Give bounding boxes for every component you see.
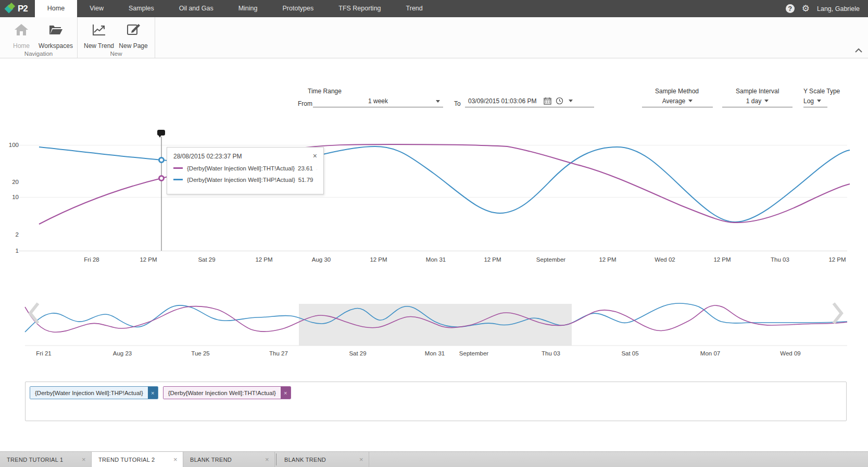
overview-tick-label: September xyxy=(459,350,488,357)
sample-interval-value: 1 day xyxy=(746,97,761,105)
locate-point-icon[interactable] xyxy=(317,176,318,183)
thp-series-name: {Derby[Water Injection Well]:THP!Actual} xyxy=(187,177,295,183)
nav-item-view[interactable]: View xyxy=(77,0,116,17)
close-tab-icon[interactable]: × xyxy=(82,456,86,463)
cursor-handle-bubble-icon[interactable] xyxy=(157,130,165,136)
tab-trend-tutorial-2[interactable]: TREND TUTORIAL 2 × xyxy=(92,452,183,467)
clock-icon[interactable] xyxy=(556,97,563,105)
sample-method-label: Sample Method xyxy=(655,88,699,95)
p2-logo-icon xyxy=(5,3,17,15)
tab-label: TREND TUTORIAL 1 xyxy=(7,457,64,463)
tab-label: BLANK TREND xyxy=(284,457,326,463)
y-scale-type-select[interactable]: Log xyxy=(803,95,827,107)
nav-item-home[interactable]: Home xyxy=(35,0,77,17)
overview-canvas xyxy=(0,300,868,357)
main-trend-chart[interactable]: 100 20 10 2 1 Fri 28 12 PM Sat 29 12 PM … xyxy=(0,125,868,255)
tab-divider xyxy=(276,453,276,465)
overview-tick-label: Aug 23 xyxy=(113,350,132,357)
nav-item-trend[interactable]: Trend xyxy=(394,0,435,17)
tab-blank-trend-2[interactable]: BLANK TREND × xyxy=(278,452,369,467)
overview-tick-label: Fri 21 xyxy=(36,350,51,357)
overview-tick-label: Sat 05 xyxy=(621,350,638,357)
chevron-down-icon xyxy=(764,100,769,102)
close-tab-icon[interactable]: × xyxy=(265,456,269,463)
to-datetime-value: 03/09/2015 01:03:06 PM xyxy=(465,97,536,105)
x-tick-label: 12 PM xyxy=(828,256,846,263)
ribbon-toolbar: Home Workspaces Navigation New Trend xyxy=(0,17,868,58)
tag-selection-box[interactable]: {Derby[Water Injection Well]:THP!Actual}… xyxy=(25,382,847,421)
home-icon xyxy=(14,22,29,39)
tooltip-row-thp: {Derby[Water Injection Well]:THP!Actual}… xyxy=(173,176,317,183)
tab-trend-tutorial-1[interactable]: TREND TUTORIAL 1 × xyxy=(0,452,92,467)
tab-blank-trend-1[interactable]: BLANK TREND × xyxy=(183,452,275,467)
overview-tick-label: Tue 25 xyxy=(191,350,209,357)
remove-tag-icon[interactable]: × xyxy=(148,387,158,399)
chevron-down-icon xyxy=(817,100,821,102)
nav-item-prototypes[interactable]: Prototypes xyxy=(270,0,326,17)
x-tick-label: 12 PM xyxy=(370,256,387,263)
help-icon[interactable]: ? xyxy=(786,4,795,13)
x-tick-label: 12 PM xyxy=(255,256,272,263)
thp-series-value: 51.79 xyxy=(298,177,313,183)
home-button-label: Home xyxy=(13,42,30,50)
new-page-button-label: New Page xyxy=(119,42,147,50)
locate-point-icon[interactable] xyxy=(317,165,317,171)
main-chart-canvas xyxy=(0,125,868,255)
workspaces-button[interactable]: Workspaces xyxy=(39,19,73,50)
close-icon[interactable]: × xyxy=(313,153,317,160)
nav-item-samples[interactable]: Samples xyxy=(116,0,167,17)
thp-series-swatch xyxy=(173,179,183,180)
tag-chip-tht[interactable]: {Derby[Water Injection Well]:THT!Actual}… xyxy=(163,386,291,399)
tab-label: TREND TUTORIAL 2 xyxy=(98,457,155,463)
remove-tag-icon[interactable]: × xyxy=(281,387,291,399)
nav-item-oil-and-gas[interactable]: Oil and Gas xyxy=(167,0,226,17)
from-range-select[interactable]: 1 week xyxy=(313,95,443,107)
chevron-down-icon[interactable] xyxy=(569,100,573,102)
x-tick-label: Wed 02 xyxy=(655,256,675,263)
x-tick-label: Thu 03 xyxy=(771,256,789,263)
collapse-ribbon-icon[interactable] xyxy=(854,46,863,52)
sample-method-value: Average xyxy=(662,97,685,105)
pan-left-icon[interactable] xyxy=(27,301,41,325)
main-nav: Home View Samples Oil and Gas Mining Pro… xyxy=(35,0,435,17)
cursor-point-thp[interactable] xyxy=(159,158,164,163)
gear-icon[interactable]: ⚙ xyxy=(802,4,810,13)
overview-navigator-chart[interactable] xyxy=(0,300,868,357)
to-datetime-field[interactable]: 03/09/2015 01:03:06 PM xyxy=(465,95,594,107)
sample-interval-label: Sample Interval xyxy=(736,88,779,95)
close-tab-icon[interactable]: × xyxy=(359,456,363,463)
workspaces-button-label: Workspaces xyxy=(39,42,73,50)
tag-chip-thp[interactable]: {Derby[Water Injection Well]:THP!Actual}… xyxy=(30,386,158,399)
new-trend-button-label: New Trend xyxy=(84,42,114,50)
x-tick-label: 12 PM xyxy=(140,256,157,263)
overview-tick-label: Mon 31 xyxy=(425,350,445,357)
y-scale-type-label: Y Scale Type xyxy=(803,88,840,95)
sample-method-select[interactable]: Average xyxy=(642,95,713,107)
calendar-icon[interactable] xyxy=(544,97,551,105)
chevron-down-icon xyxy=(688,100,693,102)
x-tick-label: 12 PM xyxy=(713,256,731,263)
chart-tooltip: 28/08/2015 02:23:37 PM × {Derby[Water In… xyxy=(167,147,324,194)
home-button[interactable]: Home xyxy=(4,19,39,50)
user-name[interactable]: Lang, Gabriele xyxy=(817,5,860,13)
sample-interval-select[interactable]: 1 day xyxy=(722,95,792,107)
y-scale-type-value: Log xyxy=(803,97,814,105)
cursor-point-tht[interactable] xyxy=(159,176,164,181)
ribbon-group-new: New Trend New Page New xyxy=(78,17,155,58)
close-tab-icon[interactable]: × xyxy=(173,456,178,463)
from-label: From xyxy=(298,100,312,107)
tht-series-swatch xyxy=(173,167,183,169)
nav-item-tfs-reporting[interactable]: TFS Reporting xyxy=(326,0,393,17)
tag-chip-thp-label: {Derby[Water Injection Well]:THP!Actual} xyxy=(30,387,148,399)
nav-item-mining[interactable]: Mining xyxy=(226,0,270,17)
ribbon-group-label-navigation: Navigation xyxy=(4,50,73,59)
tag-chip-tht-label: {Derby[Water Injection Well]:THT!Actual} xyxy=(163,387,281,399)
document-tab-bar: TREND TUTORIAL 1 × TREND TUTORIAL 2 × BL… xyxy=(0,451,868,467)
pan-right-icon[interactable] xyxy=(831,301,845,325)
new-trend-button[interactable]: New Trend xyxy=(82,19,116,50)
tooltip-row-tht: {Derby[Water Injection Well]:THT!Actual}… xyxy=(173,165,317,171)
new-page-button[interactable]: New Page xyxy=(116,19,150,50)
p2-logo-text: P2 xyxy=(18,4,28,14)
overview-selection-region[interactable] xyxy=(299,304,572,346)
x-tick-label: Aug 30 xyxy=(312,256,331,263)
